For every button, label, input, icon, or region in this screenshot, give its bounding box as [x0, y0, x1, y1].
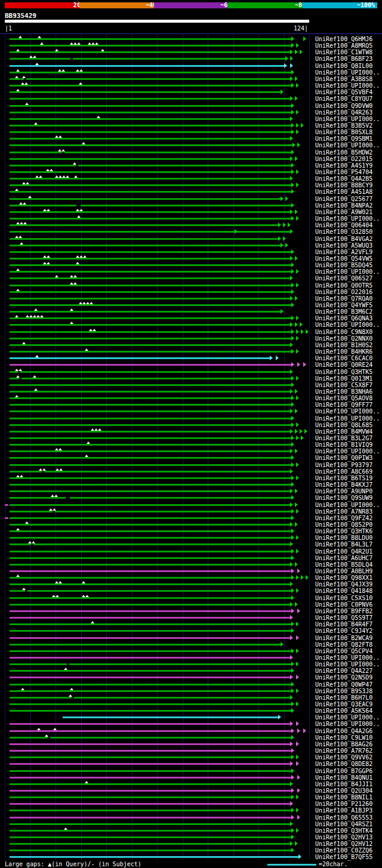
alignment-bar[interactable] [10, 803, 290, 805]
alignment-bar[interactable] [10, 504, 290, 506]
alignment-row[interactable]: UniRef100_Q0OTR5 [0, 282, 382, 289]
hit-label[interactable]: UniRef100_B6TS19 [315, 475, 372, 481]
alignment-bar[interactable] [10, 165, 291, 166]
alignment-bar[interactable] [10, 338, 291, 339]
alignment-bar[interactable] [10, 604, 290, 606]
alignment-row[interactable]: UniRef100_B4L3L7 [0, 541, 382, 548]
alignment-row[interactable]: UniRef100_P93797 [0, 462, 382, 468]
hit-label[interactable]: UniRef100_Q4YWF5 [315, 302, 372, 308]
alignment-row[interactable]: UniRef100_C6CAC0 [0, 355, 382, 362]
alignment-row[interactable]: UniRef100_Q5S9T7 [0, 614, 382, 621]
alignment-bar[interactable] [10, 65, 284, 67]
hit-label[interactable]: UniRef100_B5DLQ4 [315, 561, 372, 568]
hit-label[interactable]: UniRef100_A9UNP0 [315, 488, 372, 495]
alignment-bar[interactable] [10, 524, 290, 526]
hit-label[interactable]: UniRef100_Q013M1 [315, 375, 372, 382]
hit-label[interactable]: UniRef100_B9S3J8 [315, 688, 372, 694]
alignment-row[interactable]: UniRef100_A5WUQ3 [0, 242, 382, 249]
alignment-bar[interactable] [10, 490, 290, 492]
hit-label[interactable]: UniRef100_Q2HV12 [315, 841, 372, 847]
alignment-row[interactable]: UniRef100_C9N8X0 [0, 329, 382, 335]
hit-label[interactable]: UniRef100_A8C669 [315, 468, 372, 475]
alignment-row[interactable]: UniRef100_UPI000.. [0, 268, 382, 275]
hit-label[interactable]: UniRef100_A5WUQ3 [315, 242, 372, 249]
alignment-bar[interactable] [10, 756, 291, 758]
alignment-bar[interactable] [10, 810, 291, 811]
hit-label[interactable]: UniRef100_B4L3L7 [315, 541, 372, 548]
alignment-bar[interactable] [10, 823, 290, 825]
hit-label[interactable]: UniRef100_UPI000.. [315, 322, 380, 328]
alignment-bar[interactable] [10, 511, 291, 512]
hit-label[interactable]: UniRef100_Q65553 [315, 814, 372, 821]
alignment-bar[interactable] [10, 464, 291, 466]
hit-label[interactable]: UniRef100_A4S1Y9 [315, 162, 372, 169]
alignment-row[interactable]: UniRef100_A5K564 [0, 708, 382, 714]
alignment-row[interactable]: UniRef100_UPI000.. [0, 415, 382, 422]
hit-label[interactable]: UniRef100_O32850 [315, 228, 372, 235]
alignment-row[interactable]: UniRef100_UPI000.. [0, 661, 382, 668]
alignment-bar[interactable] [10, 58, 285, 60]
alignment-row[interactable]: UniRef100_A8C669 [0, 468, 382, 475]
alignment-bar[interactable] [10, 245, 281, 246]
alignment-bar[interactable] [10, 583, 290, 585]
hit-label[interactable]: UniRef100_B9FFB2 [315, 608, 372, 614]
hit-label[interactable]: UniRef100_C1WTW8 [315, 49, 372, 55]
alignment-row[interactable]: UniRef100_UPI000.. [0, 714, 382, 721]
alignment-row[interactable]: UniRef100_B7QF55 [0, 854, 382, 860]
alignment-row[interactable]: UniRef100_Q9DVW0 [0, 103, 382, 109]
alignment-bar[interactable] [10, 391, 290, 393]
alignment-bar[interactable] [10, 224, 278, 226]
alignment-bar[interactable] [10, 91, 281, 93]
hit-label[interactable]: UniRef100_Q4RSZ1 [315, 821, 372, 827]
alignment-bar[interactable] [63, 716, 278, 718]
alignment-row[interactable]: UniRef100_P54704 [0, 169, 382, 175]
alignment-bar[interactable] [10, 850, 291, 851]
hit-label[interactable]: UniRef100_Q5S9T7 [315, 614, 372, 621]
hit-label[interactable]: UniRef100_Q82FT8 [315, 641, 372, 648]
alignment-row[interactable]: UniRef100_P21260 [0, 801, 382, 807]
alignment-row[interactable]: UniRef100_Q852P0 [0, 521, 382, 528]
hit-label[interactable]: UniRef100_UPI000.. [315, 268, 380, 275]
alignment-bar[interactable] [10, 85, 291, 87]
alignment-bar[interactable] [10, 697, 290, 699]
hit-label[interactable]: UniRef100_C8YQU7 [315, 95, 372, 102]
alignment-bar[interactable] [10, 218, 291, 220]
hit-label[interactable]: UniRef100_B3NHA6 [315, 388, 372, 395]
alignment-bar[interactable] [10, 790, 291, 792]
alignment-row[interactable]: UniRef100_A9UNP0 [0, 488, 382, 495]
hit-label[interactable]: UniRef100_A9W021 [315, 209, 372, 215]
alignment-row[interactable]: UniRef100_Q9SBM1 [0, 135, 382, 142]
alignment-bar[interactable] [10, 570, 291, 572]
alignment-row[interactable]: UniRef100_Q2NNX0 [0, 335, 382, 342]
alignment-bar[interactable] [10, 364, 291, 366]
hit-label[interactable]: UniRef100_P54704 [315, 169, 372, 175]
alignment-bar[interactable] [10, 677, 290, 678]
alignment-row[interactable]: UniRef100_Q98XX1 [0, 574, 382, 581]
hit-label[interactable]: UniRef100_Q6QNA3 [315, 315, 372, 322]
hit-label[interactable]: UniRef100_Q54VW5 [315, 255, 372, 262]
hit-label[interactable]: UniRef100_B1H0S2 [315, 342, 372, 348]
alignment-row[interactable]: UniRef100_A6UHC7 [0, 555, 382, 561]
alignment-bar[interactable] [10, 171, 291, 173]
alignment-bar[interactable] [10, 324, 290, 326]
alignment-row[interactable]: UniRef100_B8NIL1 [0, 794, 382, 801]
hit-label[interactable]: UniRef100_A8MRQ5 [315, 42, 372, 49]
alignment-bar[interactable] [10, 418, 291, 419]
alignment-bar[interactable] [10, 530, 291, 532]
hit-label[interactable]: UniRef100_O22015 [315, 156, 372, 162]
alignment-row[interactable]: UniRef100_B8LDU0 [0, 535, 382, 541]
hit-label[interactable]: UniRef100_UPI000.. [315, 69, 380, 76]
alignment-row[interactable]: UniRef100_A9W021 [0, 209, 382, 215]
hit-label[interactable]: UniRef100_UPI000.. [315, 215, 380, 222]
alignment-bar[interactable] [10, 444, 291, 446]
alignment-bar[interactable] [10, 285, 291, 286]
alignment-row[interactable]: UniRef100_Q5CPV4 [0, 648, 382, 654]
alignment-bar[interactable] [10, 118, 290, 120]
hit-label[interactable]: UniRef100_A0BLH9 [315, 568, 372, 574]
alignment-row[interactable]: UniRef100_Q9FZ42 [0, 515, 382, 521]
hit-label[interactable]: UniRef100_C0PNV6 [315, 601, 372, 608]
alignment-bar[interactable] [10, 777, 291, 779]
alignment-bar[interactable] [10, 277, 290, 279]
alignment-bar[interactable] [10, 251, 291, 253]
hit-label[interactable]: UniRef100_Q4R2U1 [315, 548, 372, 555]
